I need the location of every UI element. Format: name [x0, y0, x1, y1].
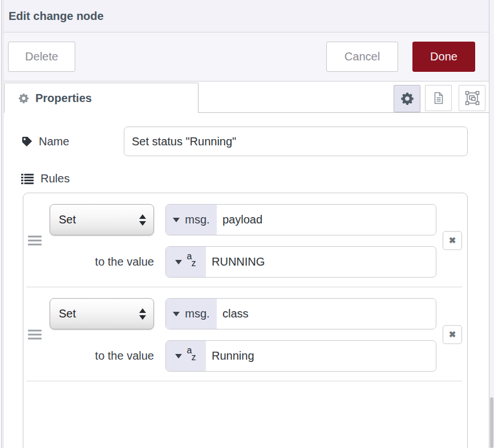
- name-input[interactable]: [124, 127, 468, 156]
- rule-2-property-type-button[interactable]: msg.: [166, 299, 217, 329]
- close-icon: ✖: [449, 329, 456, 340]
- rules-label-text: Rules: [41, 172, 70, 185]
- chevron-down-icon: [173, 218, 180, 222]
- tab-label: Properties: [35, 92, 92, 105]
- rule-1-delete-button[interactable]: ✖: [443, 231, 462, 250]
- msg-prefix-label: msg.: [185, 307, 209, 320]
- rule-1-property-type-button[interactable]: msg.: [166, 205, 217, 235]
- rule-1-value-input[interactable]: [206, 247, 436, 277]
- chevron-down-icon: [175, 354, 182, 359]
- tray-title: Edit change node: [9, 10, 104, 23]
- rule-2-value-line: to the value a z: [50, 340, 436, 372]
- properties-view-button[interactable]: [394, 85, 420, 112]
- rules-section-label: Rules: [21, 172, 468, 185]
- tab-bar: Properties: [0, 82, 489, 113]
- done-button[interactable]: Done: [412, 42, 475, 72]
- list-icon: [21, 173, 34, 185]
- cancel-button[interactable]: Cancel: [326, 42, 398, 72]
- to-the-value-label: to the value: [50, 255, 154, 268]
- to-the-value-label: to the value: [50, 349, 154, 363]
- name-row: Name: [21, 127, 468, 156]
- rule-row-2: Set msg. to the value: [23, 287, 467, 381]
- rule-2-property-input[interactable]: [217, 299, 436, 329]
- delete-button[interactable]: Delete: [8, 42, 75, 72]
- name-field-label: Name: [21, 135, 124, 148]
- appearance-icon: [464, 90, 480, 106]
- edit-node-tray: Edit change node Delete Cancel Done Prop…: [0, 0, 489, 448]
- rule-2-property-field: msg.: [165, 298, 436, 329]
- select-arrows-icon: [139, 214, 146, 226]
- gear-icon: [18, 93, 29, 104]
- tray-toolbar: Delete Cancel Done: [0, 32, 489, 82]
- rule-1-value-field: a z: [165, 246, 436, 278]
- rules-list: Set msg. to the value: [23, 193, 468, 448]
- select-arrows-icon: [139, 308, 146, 320]
- rule-1-action-value: Set: [59, 213, 76, 226]
- drag-handle-icon[interactable]: [28, 327, 42, 341]
- rule-2-value-input[interactable]: [206, 341, 436, 371]
- rule-2-action-value: Set: [59, 307, 76, 320]
- tab-properties[interactable]: Properties: [4, 83, 199, 113]
- properties-form: Name Rules Set: [0, 113, 489, 448]
- document-icon: [431, 91, 446, 105]
- rule-1-property-input[interactable]: [217, 205, 436, 235]
- description-view-button[interactable]: [425, 85, 452, 111]
- rule-2-action-select[interactable]: Set: [50, 298, 154, 329]
- rule-1-property-field: msg.: [165, 204, 436, 235]
- rule-2-delete-button[interactable]: ✖: [443, 325, 462, 344]
- close-icon: ✖: [449, 235, 456, 246]
- appearance-view-button[interactable]: [459, 85, 485, 111]
- rule-1-value-line: to the value a z: [50, 246, 436, 278]
- scrollbar-thumb[interactable]: [490, 397, 493, 448]
- name-label-text: Name: [39, 135, 69, 148]
- string-type-icon: a z: [187, 252, 197, 272]
- gear-icon: [400, 92, 414, 105]
- chevron-down-icon: [175, 260, 182, 264]
- rule-1-property-line: Set msg.: [50, 204, 436, 235]
- tray-resize-line: [1, 0, 2, 448]
- drag-handle-icon[interactable]: [28, 233, 42, 247]
- rule-1-value-type-button[interactable]: a z: [166, 247, 206, 277]
- chevron-down-icon: [173, 312, 180, 316]
- rule-2-value-type-button[interactable]: a z: [166, 341, 206, 371]
- msg-prefix-label: msg.: [185, 213, 209, 226]
- rule-1-action-select[interactable]: Set: [50, 204, 154, 235]
- tag-icon: [21, 136, 33, 148]
- tray-header: Edit change node: [0, 0, 489, 32]
- rule-2-value-field: a z: [165, 340, 436, 372]
- scrollbar-track[interactable]: [489, 0, 494, 448]
- rule-row-1: Set msg. to the value: [23, 193, 467, 287]
- rule-2-property-line: Set msg.: [50, 298, 436, 329]
- string-type-icon: a z: [187, 347, 197, 366]
- tray-resize-handle[interactable]: [0, 0, 3, 448]
